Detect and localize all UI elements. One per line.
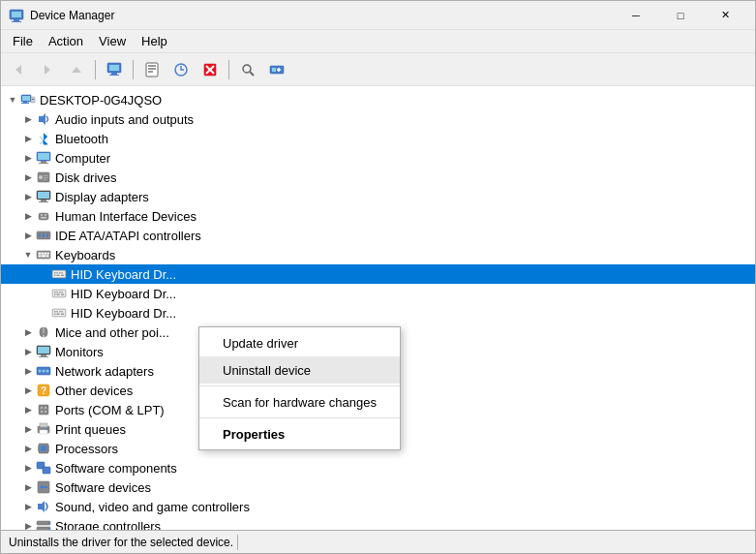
ide-expand-arrow[interactable]: ▶ [20, 228, 36, 243]
svg-rect-22 [272, 68, 276, 72]
menu-file[interactable]: File [5, 32, 41, 50]
hid-label: Human Interface Devices [55, 209, 197, 224]
bluetooth-expand-arrow[interactable]: ▶ [20, 131, 36, 146]
svg-rect-54 [46, 233, 48, 237]
computer-expand-arrow[interactable]: ▶ [20, 150, 36, 166]
monitors-expand-arrow[interactable]: ▶ [20, 344, 36, 359]
tree-item-hid-keyboard-3[interactable]: HID Keyboard Dr... [1, 303, 755, 323]
status-text: Uninstalls the driver for the selected d… [9, 536, 233, 549]
computer-label: Computer [55, 151, 110, 166]
svg-rect-83 [53, 310, 65, 316]
svg-rect-104 [39, 405, 48, 415]
tree-item-storage[interactable]: ▶ Storage controllers [1, 516, 755, 530]
ports-icon [36, 402, 51, 417]
svg-rect-78 [62, 292, 64, 293]
hid-kb1-expand-arrow[interactable] [36, 266, 51, 282]
svg-rect-57 [39, 253, 41, 255]
tree-item-disk[interactable]: ▶ Disk drives [1, 168, 755, 187]
mice-icon [36, 324, 51, 340]
minimize-button[interactable]: ─ [614, 1, 658, 30]
display-expand-arrow[interactable]: ▶ [20, 189, 36, 204]
ctx-update-driver-label: Update driver [223, 336, 298, 351]
svg-text:?: ? [41, 385, 46, 396]
status-bar: Uninstalls the driver for the selected d… [1, 530, 755, 553]
svg-rect-3 [12, 21, 21, 22]
device-tree[interactable]: ▼ DESKTOP-0G4JQSO ▶ [1, 86, 755, 530]
ctx-properties[interactable]: Properties [199, 420, 400, 447]
network-expand-arrow[interactable]: ▶ [20, 363, 36, 379]
disk-label: Disk drives [55, 170, 117, 185]
tree-item-hid-keyboard-2[interactable]: HID Keyboard Dr... [1, 284, 755, 303]
hid-kb2-expand-arrow[interactable] [36, 286, 51, 301]
svg-rect-58 [42, 253, 44, 255]
sound-expand-arrow[interactable]: ▶ [20, 499, 36, 514]
svg-marker-4 [15, 65, 21, 75]
other-expand-arrow[interactable]: ▶ [20, 383, 36, 398]
other-label: Other devices [55, 384, 133, 398]
sw-comp-expand-arrow[interactable]: ▶ [20, 460, 36, 476]
svg-rect-46 [39, 201, 48, 202]
audio-expand-arrow[interactable]: ▶ [20, 111, 36, 127]
storage-expand-arrow[interactable]: ▶ [20, 518, 36, 530]
print-expand-arrow[interactable]: ▶ [20, 421, 36, 437]
tree-item-keyboards[interactable]: ▼ Keyboards [1, 245, 755, 264]
print-label: Print queues [55, 422, 126, 437]
tree-item-bluetooth[interactable]: ▶ Bluetooth [1, 129, 755, 148]
tree-item-sound[interactable]: ▶ Sound, video and game controllers [1, 497, 755, 516]
window-icon [9, 8, 24, 23]
disk-expand-arrow[interactable]: ▶ [20, 169, 36, 185]
processors-expand-arrow[interactable]: ▶ [20, 441, 36, 456]
tree-item-software-components[interactable]: ▶ Software components [1, 458, 755, 477]
root-label: DESKTOP-0G4JQSO [40, 93, 162, 108]
svg-point-106 [45, 407, 46, 409]
svg-marker-124 [38, 501, 45, 512]
sw-dev-expand-arrow[interactable]: ▶ [20, 479, 36, 495]
svg-point-105 [41, 407, 43, 409]
ctx-update-driver[interactable]: Update driver [199, 329, 400, 356]
svg-rect-96 [41, 354, 46, 356]
hid-kb3-expand-arrow[interactable] [36, 305, 51, 321]
scan-toolbar-button[interactable] [234, 57, 261, 82]
root-expand-arrow[interactable]: ▼ [5, 92, 20, 108]
forward-button[interactable] [34, 57, 61, 82]
tree-item-hid[interactable]: ▶ Human Interface Devices [1, 206, 755, 226]
tree-item-software-devices[interactable]: ▶ Software devices [1, 477, 755, 497]
ide-label: IDE ATA/ATAPI controllers [55, 229, 201, 243]
tree-item-computer[interactable]: ▶ Computer [1, 148, 755, 168]
back-button[interactable] [5, 57, 32, 82]
hid-kb2-icon [51, 286, 67, 301]
ctx-uninstall-device-label: Uninstall device [223, 363, 311, 378]
ctx-uninstall-device[interactable]: Uninstall device [199, 356, 400, 384]
svg-rect-71 [57, 275, 60, 277]
close-button[interactable]: ✕ [703, 1, 747, 30]
svg-rect-41 [44, 177, 48, 178]
hid-expand-arrow[interactable]: ▶ [20, 208, 36, 224]
svg-point-128 [47, 528, 49, 530]
svg-rect-56 [38, 252, 49, 258]
tree-item-ide[interactable]: ▶ IDE ATA/ATAPI controllers [1, 226, 755, 245]
tree-item-hid-keyboard-1[interactable]: HID Keyboard Dr... [1, 264, 755, 284]
hid-kb1-label: HID Keyboard Dr... [71, 267, 176, 282]
menu-help[interactable]: Help [134, 32, 175, 50]
ports-expand-arrow[interactable]: ▶ [20, 402, 36, 417]
menu-view[interactable]: View [91, 32, 134, 50]
svg-rect-2 [14, 19, 19, 21]
mice-expand-arrow[interactable]: ▶ [20, 324, 36, 340]
uninstall-toolbar-button[interactable] [197, 57, 224, 82]
properties-toolbar-button[interactable] [138, 57, 166, 82]
svg-rect-37 [39, 163, 48, 164]
hid-kb3-label: HID Keyboard Dr... [71, 306, 176, 321]
add-hardware-toolbar-button[interactable] [263, 57, 290, 82]
ctx-scan-hardware[interactable]: Scan for hardware changes [199, 388, 400, 416]
tree-item-audio[interactable]: ▶ Audio inputs and outputs [1, 109, 755, 129]
menu-action[interactable]: Action [41, 32, 91, 50]
maximize-button[interactable]: □ [658, 1, 703, 30]
tree-root[interactable]: ▼ DESKTOP-0G4JQSO [1, 90, 755, 109]
device-manager-toolbar-icon[interactable] [101, 57, 128, 82]
up-button[interactable] [63, 57, 90, 82]
update-driver-toolbar-button[interactable] [167, 57, 195, 82]
hid-kb1-icon [51, 266, 67, 282]
tree-item-display[interactable]: ▶ Display adapters [1, 187, 755, 206]
keyboards-expand-arrow[interactable]: ▼ [20, 247, 36, 262]
window-title: Device Manager [30, 9, 614, 22]
